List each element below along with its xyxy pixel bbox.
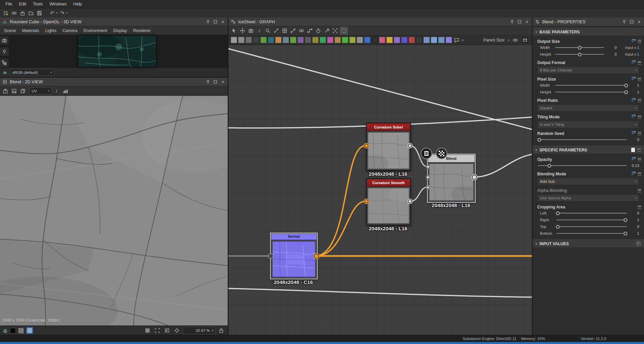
info-icon[interactable]: i bbox=[256, 27, 263, 34]
slider-track[interactable] bbox=[555, 52, 604, 56]
slider-handle[interactable] bbox=[556, 225, 560, 229]
zoom-stepper-icon[interactable]: ▲▼ bbox=[212, 329, 214, 333]
shelf-node-icon[interactable] bbox=[305, 37, 311, 43]
parameter-menu-icon[interactable] bbox=[638, 115, 641, 119]
wire-style-icon[interactable] bbox=[289, 27, 297, 34]
slider-track[interactable] bbox=[556, 218, 627, 222]
parameter-menu-icon[interactable] bbox=[638, 172, 641, 176]
snap-grid-icon[interactable] bbox=[340, 27, 348, 35]
screenshot-icon[interactable] bbox=[247, 27, 255, 34]
menu-edit[interactable]: Edit bbox=[15, 1, 30, 7]
menu-display[interactable]: Display bbox=[110, 27, 130, 34]
close-icon[interactable]: × bbox=[637, 19, 642, 24]
expose-parameter-icon[interactable] bbox=[632, 115, 636, 119]
parent-size-overflow-icon[interactable]: » bbox=[507, 38, 510, 42]
shelf-node-icon[interactable] bbox=[231, 37, 237, 43]
parameter-menu-icon[interactable] bbox=[638, 40, 641, 43]
histogram-icon[interactable] bbox=[62, 87, 69, 95]
display-options-icon[interactable] bbox=[281, 27, 288, 34]
shelf-node-icon[interactable] bbox=[386, 37, 393, 43]
shelf-node-icon[interactable] bbox=[364, 37, 371, 43]
lock-zoom-icon[interactable] bbox=[218, 327, 225, 334]
expose-parameter-icon[interactable] bbox=[632, 172, 636, 176]
expose-parameter-icon[interactable] bbox=[632, 60, 636, 65]
menu-windows[interactable]: Windows bbox=[46, 1, 70, 7]
shelf-node-icon[interactable] bbox=[401, 37, 408, 43]
center-view-icon[interactable] bbox=[173, 327, 181, 334]
input-connector[interactable] bbox=[426, 185, 430, 189]
shelf-node-icon[interactable] bbox=[320, 37, 326, 43]
comment-icon[interactable] bbox=[453, 36, 460, 44]
slider-track[interactable] bbox=[556, 231, 627, 235]
shelf-node-icon[interactable] bbox=[372, 37, 378, 43]
redo-caret-icon[interactable]: ▾ bbox=[66, 11, 68, 15]
preset-icon[interactable] bbox=[631, 148, 635, 152]
properties-scroll[interactable]: ▾ BASE PARAMETERS Output Size Width 0 In… bbox=[533, 26, 644, 335]
add-input-value-icon[interactable]: + bbox=[636, 241, 641, 246]
input-connector[interactable] bbox=[426, 165, 430, 169]
colorspace-select[interactable]: sRGB (default) ▾ bbox=[10, 69, 54, 76]
shelf-node-icon[interactable] bbox=[394, 37, 400, 43]
tiling-grid-icon[interactable] bbox=[144, 327, 151, 334]
menu-lights[interactable]: Lights bbox=[42, 27, 59, 34]
pin-icon[interactable] bbox=[205, 19, 211, 24]
shelf-node-icon[interactable] bbox=[423, 37, 430, 43]
shelf-node-icon[interactable] bbox=[416, 37, 422, 43]
pan-tool-icon[interactable] bbox=[239, 27, 246, 34]
save-image-icon[interactable] bbox=[10, 87, 18, 95]
float-window-icon[interactable] bbox=[517, 19, 522, 24]
shelf-node-icon[interactable] bbox=[260, 37, 267, 43]
slider-track[interactable] bbox=[555, 83, 627, 87]
channels-icon[interactable] bbox=[3, 328, 8, 333]
undo-caret-icon[interactable]: ▾ bbox=[56, 11, 58, 15]
close-icon[interactable]: × bbox=[524, 19, 529, 24]
slider-handle[interactable] bbox=[537, 138, 541, 142]
shelf-node-icon[interactable] bbox=[246, 37, 252, 43]
tools-icon[interactable] bbox=[323, 27, 330, 34]
slider-handle[interactable] bbox=[623, 232, 627, 235]
pin-icon[interactable] bbox=[510, 19, 515, 24]
output-connector[interactable] bbox=[472, 175, 477, 180]
output-connector[interactable] bbox=[408, 199, 412, 203]
view3d-header[interactable]: Rounded Cube - OpenGL - 3D VIEW × bbox=[0, 18, 228, 26]
shelf-node-icon[interactable] bbox=[283, 37, 289, 43]
shelf-node-icon[interactable] bbox=[342, 37, 348, 43]
shelf-node-icon[interactable] bbox=[349, 37, 356, 43]
slider-handle[interactable] bbox=[548, 164, 551, 168]
background-color-swatch[interactable] bbox=[10, 328, 16, 334]
shelf-node-icon[interactable] bbox=[334, 37, 341, 43]
slider-handle[interactable] bbox=[556, 211, 560, 215]
shelf-node-icon[interactable] bbox=[409, 37, 415, 43]
parameter-menu-icon[interactable] bbox=[638, 189, 641, 192]
slider-handle[interactable] bbox=[623, 218, 627, 222]
parameter-menu-icon[interactable] bbox=[638, 205, 641, 209]
expose-parameter-icon[interactable] bbox=[632, 157, 636, 162]
input-connector[interactable] bbox=[364, 144, 368, 148]
graph-canvas[interactable]: Curvature Sobel Curvature Smooth bbox=[228, 45, 532, 335]
expose-parameter-icon[interactable] bbox=[632, 131, 636, 136]
slider-track[interactable] bbox=[556, 225, 627, 229]
shelf-node-icon[interactable] bbox=[268, 37, 274, 43]
section-base-parameters[interactable]: ▾ BASE PARAMETERS bbox=[533, 28, 644, 36]
save-icon[interactable] bbox=[36, 9, 43, 17]
uv-mode-select[interactable]: UV ▾ bbox=[29, 87, 52, 94]
menu-tools[interactable]: Tools bbox=[30, 1, 46, 7]
shelf-node-icon[interactable] bbox=[238, 37, 245, 43]
straighten-wires-icon[interactable] bbox=[306, 27, 314, 34]
view-2d-assign-button[interactable] bbox=[421, 148, 432, 159]
shelf-node-icon[interactable] bbox=[253, 37, 259, 43]
properties-header[interactable]: Blend - PROPERTIES × bbox=[533, 18, 644, 26]
output-connector[interactable] bbox=[314, 254, 319, 259]
slider-handle[interactable] bbox=[578, 53, 582, 56]
camera-icon[interactable] bbox=[0, 36, 8, 45]
close-icon[interactable]: × bbox=[220, 19, 225, 24]
menu-camera[interactable]: Camera bbox=[60, 27, 80, 34]
blending-mode-select[interactable]: Add Sub ▾ bbox=[537, 178, 639, 185]
input-connector[interactable] bbox=[426, 175, 430, 179]
parameter-menu-icon[interactable] bbox=[638, 132, 641, 135]
slider-track[interactable] bbox=[538, 164, 627, 168]
slider-handle[interactable] bbox=[624, 90, 628, 94]
float-window-icon[interactable] bbox=[213, 79, 218, 84]
parameter-menu-icon[interactable] bbox=[638, 61, 641, 64]
parameter-menu-icon[interactable] bbox=[638, 158, 641, 161]
